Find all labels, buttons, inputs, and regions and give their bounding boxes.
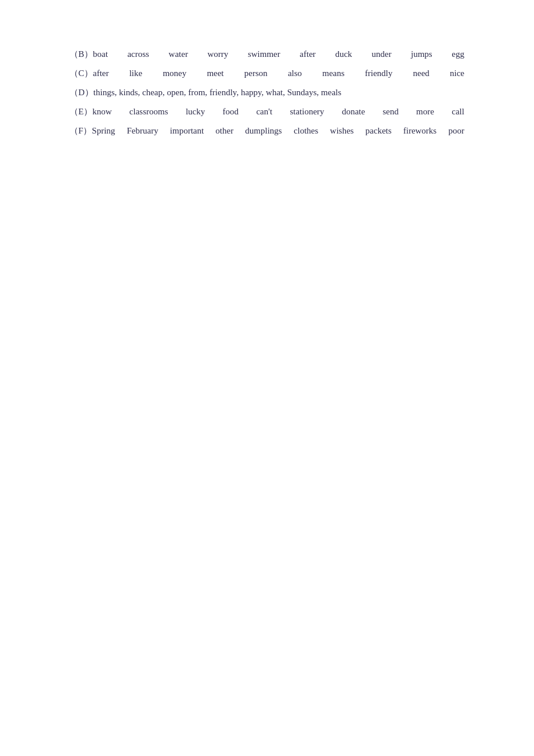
word-item: call: [452, 104, 464, 120]
label-b: （B）: [70, 46, 93, 62]
word-item: like: [129, 66, 143, 81]
word-item: friendly,: [210, 85, 241, 100]
word-item: Sundays,: [287, 85, 321, 100]
word-item: clothes: [294, 123, 319, 139]
label-d: （D）: [70, 85, 93, 100]
line-b: （B）boatacrosswaterworryswimmerafterducku…: [70, 46, 464, 62]
word-item: meals: [321, 85, 341, 100]
word-item: under: [371, 46, 391, 62]
word-item: donate: [342, 104, 365, 120]
word-item: jumps: [411, 46, 432, 62]
word-item: after: [93, 66, 109, 81]
word-item: packets: [366, 123, 392, 139]
word-item: lucky: [186, 104, 205, 120]
word-item: person: [244, 66, 268, 81]
word-item: egg: [452, 46, 464, 62]
word-item: food: [223, 104, 239, 120]
word-item: after: [300, 46, 315, 62]
word-item: stationery: [290, 104, 324, 120]
word-item: February: [127, 123, 158, 139]
line-f: （F）SpringFebruaryimportantotherdumplings…: [70, 123, 464, 139]
word-item: boat: [93, 46, 108, 62]
line-d: （D）things, kinds, cheap, open, from, fri…: [70, 85, 464, 100]
word-item: swimmer: [248, 46, 280, 62]
word-item: kinds,: [119, 85, 142, 100]
word-item: meet: [207, 66, 223, 81]
word-item: classrooms: [129, 104, 168, 120]
word-item: also: [288, 66, 302, 81]
word-item: nice: [450, 66, 464, 81]
word-item: happy,: [241, 85, 266, 100]
word-item: money: [163, 66, 186, 81]
label-c: （C）: [70, 66, 93, 81]
word-item: other: [215, 123, 233, 139]
word-item: water: [169, 46, 188, 62]
word-item: from,: [188, 85, 210, 100]
label-f: （F）: [70, 123, 92, 139]
label-e: （E）: [70, 104, 92, 120]
words-b: boatacrosswaterworryswimmerafterduckunde…: [93, 46, 464, 62]
word-item: know: [92, 104, 111, 120]
word-item: friendly: [365, 66, 392, 81]
word-item: Spring: [92, 123, 115, 139]
word-item: cheap,: [142, 85, 167, 100]
word-item: duck: [335, 46, 352, 62]
main-content: （B）boatacrosswaterworryswimmerafterducku…: [0, 0, 534, 177]
word-item: poor: [448, 123, 464, 139]
word-item: more: [416, 104, 434, 120]
word-item: can't: [256, 104, 272, 120]
word-item: need: [413, 66, 429, 81]
word-item: wishes: [330, 123, 354, 139]
word-item: open,: [167, 85, 189, 100]
word-item: across: [127, 46, 149, 62]
words-e: knowclassroomsluckyfoodcan'tstationerydo…: [92, 104, 464, 120]
word-item: means: [322, 66, 344, 81]
words-d: things, kinds, cheap, open, from, friend…: [93, 85, 464, 100]
word-item: important: [170, 123, 204, 139]
word-item: worry: [207, 46, 228, 62]
word-item: fireworks: [403, 123, 436, 139]
line-e: （E）knowclassroomsluckyfoodcan'tstationer…: [70, 104, 464, 120]
words-f: SpringFebruaryimportantotherdumplingsclo…: [92, 123, 464, 139]
word-item: what,: [266, 85, 287, 100]
word-item: things,: [93, 85, 119, 100]
word-item: send: [383, 104, 399, 120]
word-item: dumplings: [245, 123, 282, 139]
words-c: afterlikemoneymeetpersonalsomeansfriendl…: [93, 66, 464, 81]
line-c: （C）afterlikemoneymeetpersonalsomeansfrie…: [70, 66, 464, 81]
